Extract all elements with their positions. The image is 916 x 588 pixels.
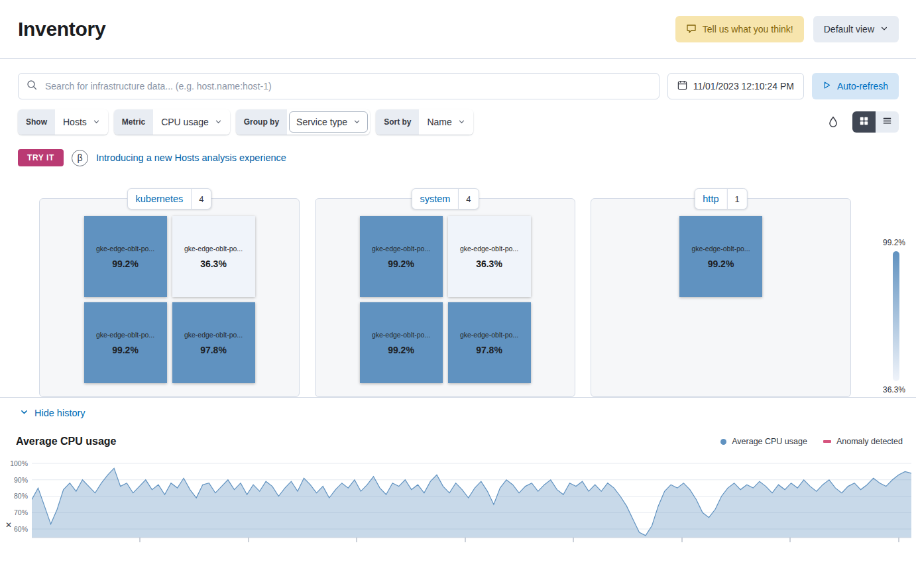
group-badge[interactable]: system 4 <box>411 188 479 209</box>
feedback-label: Tell us what you think! <box>703 24 793 34</box>
page-header: Inventory Tell us what you think! Defaul… <box>0 0 916 58</box>
y-tick-label: 100% <box>0 459 28 467</box>
hide-history-label: Hide history <box>34 408 86 418</box>
group-name-link[interactable]: system <box>412 189 458 209</box>
filter-sort-by[interactable]: Sort by Name <box>376 109 473 135</box>
legend-dot-icon <box>720 439 726 445</box>
datetime-value: 11/01/2023 12:10:24 PM <box>693 81 794 91</box>
auto-refresh-label: Auto-refresh <box>837 81 888 91</box>
hide-history-toggle[interactable]: Hide history <box>0 398 916 427</box>
grid-view-button[interactable] <box>852 111 876 133</box>
legend-anomaly[interactable]: Anomaly detected <box>823 437 903 446</box>
speech-bubble-icon <box>686 23 697 36</box>
host-tile[interactable]: gke-edge-oblt-po... 99.2% <box>360 216 443 297</box>
group-panel-http: http 1 gke-edge-oblt-po... 99.2% <box>591 198 851 397</box>
view-selector-button[interactable]: Default view <box>813 16 899 42</box>
y-tick-label: 80% <box>0 492 28 500</box>
page-title: Inventory <box>18 18 105 40</box>
legend-average-cpu[interactable]: Average CPU usage <box>720 437 807 446</box>
y-tick-label: 90% <box>0 476 28 484</box>
host-tile[interactable]: gke-edge-oblt-po... 99.2% <box>84 302 167 383</box>
color-scale-bar <box>893 251 899 381</box>
try-it-badge[interactable]: TRY IT <box>18 149 64 166</box>
legend-average-label: Average CPU usage <box>732 437 807 446</box>
close-icon[interactable]: ✕ <box>5 520 12 530</box>
group-count-badge: 4 <box>191 189 211 209</box>
search-icon <box>27 80 37 93</box>
history-title: Average CPU usage <box>16 436 116 447</box>
filter-show-select[interactable]: Hosts <box>55 109 108 135</box>
scale-max-label: 99.2% <box>883 238 905 247</box>
chart-legend: Average CPU usage Anomaly detected <box>720 437 903 446</box>
host-name: gke-edge-oblt-po... <box>184 245 243 253</box>
tile-grid: gke-edge-oblt-po... 99.2% gke-edge-oblt-… <box>359 199 532 383</box>
filter-group-by-select[interactable]: Service type <box>289 111 368 133</box>
host-metric-value: 97.8% <box>200 345 227 355</box>
host-name: gke-edge-oblt-po... <box>372 331 430 339</box>
host-metric-value: 36.3% <box>476 259 502 269</box>
filter-metric-select[interactable]: CPU usage <box>153 109 230 135</box>
filter-show-label: Show <box>18 109 55 135</box>
chart-plot-area[interactable] <box>32 461 911 546</box>
filter-row: Show Hosts Metric CPU usage Group by Ser… <box>0 99 916 135</box>
group-name-link[interactable]: kubernetes <box>128 189 192 209</box>
group-panel-system: system 4 gke-edge-oblt-po... 99.2% gke-e… <box>315 198 575 397</box>
filter-metric[interactable]: Metric CPU usage <box>114 109 230 135</box>
chevron-down-icon <box>458 117 465 127</box>
host-tile[interactable]: gke-edge-oblt-po... 36.3% <box>172 216 255 297</box>
search-input[interactable] <box>44 80 651 92</box>
group-name-link[interactable]: http <box>695 189 726 209</box>
filter-group-by[interactable]: Group by Service type <box>236 109 370 135</box>
beta-icon: β <box>72 150 88 166</box>
host-name: gke-edge-oblt-po... <box>372 245 430 253</box>
chevron-down-icon <box>93 117 100 127</box>
host-name: gke-edge-oblt-po... <box>96 331 154 339</box>
host-tile[interactable]: gke-edge-oblt-po... 99.2% <box>84 216 167 297</box>
host-metric-value: 99.2% <box>388 259 414 269</box>
cpu-area-fill <box>32 468 911 538</box>
y-tick-label: 60% <box>0 525 28 533</box>
group-count-badge: 4 <box>458 189 478 209</box>
filter-group-by-label: Group by <box>236 109 287 135</box>
filter-show-value: Hosts <box>63 117 87 127</box>
host-tile[interactable]: gke-edge-oblt-po... 97.8% <box>448 302 531 383</box>
host-name: gke-edge-oblt-po... <box>691 245 750 253</box>
calendar-icon <box>677 80 687 92</box>
host-name: gke-edge-oblt-po... <box>460 331 518 339</box>
table-view-button[interactable] <box>876 111 899 133</box>
view-toggle-group <box>852 111 899 133</box>
host-name: gke-edge-oblt-po... <box>460 245 518 253</box>
beta-banner: TRY IT β Introducing a new Hosts analysi… <box>0 135 916 166</box>
hosts-analysis-link[interactable]: Introducing a new Hosts analysis experie… <box>96 152 286 163</box>
host-name: gke-edge-oblt-po... <box>184 331 243 339</box>
tile-grid: gke-edge-oblt-po... 99.2% <box>678 199 764 297</box>
filter-metric-label: Metric <box>114 109 153 135</box>
y-tick-label: 70% <box>0 508 28 516</box>
filter-show[interactable]: Show Hosts <box>18 109 108 135</box>
host-metric-value: 99.2% <box>388 345 414 355</box>
history-section: Average CPU usage Average CPU usage Anom… <box>0 427 916 556</box>
play-icon <box>823 81 831 91</box>
inventory-groups: kubernetes 4 gke-edge-oblt-po... 99.2% g… <box>0 166 916 397</box>
host-metric-value: 36.3% <box>200 259 227 269</box>
host-metric-value: 99.2% <box>708 259 734 269</box>
auto-refresh-button[interactable]: Auto-refresh <box>812 73 899 99</box>
header-actions: Tell us what you think! Default view <box>675 16 899 42</box>
host-tile[interactable]: gke-edge-oblt-po... 99.2% <box>679 216 762 297</box>
group-badge[interactable]: http 1 <box>694 188 747 209</box>
view-label: Default view <box>824 24 874 34</box>
color-fill-icon[interactable] <box>825 113 842 131</box>
search-box[interactable] <box>18 73 659 99</box>
host-tile[interactable]: gke-edge-oblt-po... 99.2% <box>360 302 443 383</box>
host-metric-value: 97.8% <box>476 345 502 355</box>
history-header: Average CPU usage Average CPU usage Anom… <box>0 436 916 447</box>
legend-anomaly-label: Anomaly detected <box>836 437 903 446</box>
chevron-down-icon <box>880 24 888 34</box>
filter-sort-by-select[interactable]: Name <box>419 109 473 135</box>
group-badge[interactable]: kubernetes 4 <box>127 188 212 209</box>
host-tile[interactable]: gke-edge-oblt-po... 36.3% <box>448 216 531 297</box>
host-tile[interactable]: gke-edge-oblt-po... 97.8% <box>172 302 255 383</box>
date-picker[interactable]: 11/01/2023 12:10:24 PM <box>667 73 804 99</box>
cpu-area-chart-svg <box>32 461 911 543</box>
feedback-button[interactable]: Tell us what you think! <box>675 16 804 42</box>
